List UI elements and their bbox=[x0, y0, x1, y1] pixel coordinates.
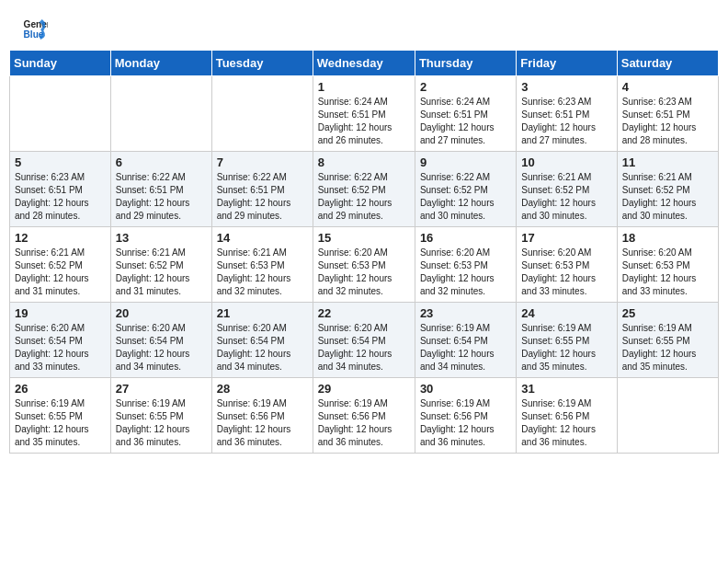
calendar-cell: 31Sunrise: 6:19 AM Sunset: 6:56 PM Dayli… bbox=[517, 378, 617, 454]
calendar-cell: 25Sunrise: 6:19 AM Sunset: 6:55 PM Dayli… bbox=[617, 303, 718, 378]
calendar-cell: 5Sunrise: 6:23 AM Sunset: 6:51 PM Daylig… bbox=[10, 152, 111, 227]
day-number: 27 bbox=[116, 382, 207, 396]
header-wednesday: Wednesday bbox=[313, 51, 415, 76]
calendar-cell: 3Sunrise: 6:23 AM Sunset: 6:51 PM Daylig… bbox=[517, 76, 617, 152]
day-info: Sunrise: 6:20 AM Sunset: 6:54 PM Dayligh… bbox=[15, 322, 106, 373]
day-info: Sunrise: 6:22 AM Sunset: 6:51 PM Dayligh… bbox=[217, 171, 308, 223]
day-info: Sunrise: 6:20 AM Sunset: 6:54 PM Dayligh… bbox=[116, 322, 207, 373]
day-number: 23 bbox=[420, 306, 511, 320]
day-number: 8 bbox=[318, 155, 410, 169]
calendar-cell: 26Sunrise: 6:19 AM Sunset: 6:55 PM Dayli… bbox=[10, 378, 111, 454]
day-number: 11 bbox=[622, 155, 713, 169]
header-friday: Friday bbox=[517, 51, 617, 76]
logo: General Blue bbox=[22, 17, 48, 42]
calendar-cell: 4Sunrise: 6:23 AM Sunset: 6:51 PM Daylig… bbox=[617, 76, 718, 152]
day-number: 24 bbox=[521, 306, 611, 320]
day-number: 19 bbox=[15, 306, 106, 320]
calendar-table: SundayMondayTuesdayWednesdayThursdayFrid… bbox=[9, 50, 719, 454]
day-info: Sunrise: 6:23 AM Sunset: 6:51 PM Dayligh… bbox=[15, 171, 106, 223]
header-thursday: Thursday bbox=[415, 51, 516, 76]
day-info: Sunrise: 6:23 AM Sunset: 6:51 PM Dayligh… bbox=[622, 96, 713, 147]
calendar-cell: 16Sunrise: 6:20 AM Sunset: 6:53 PM Dayli… bbox=[415, 227, 516, 303]
calendar-cell: 27Sunrise: 6:19 AM Sunset: 6:55 PM Dayli… bbox=[110, 378, 211, 454]
day-info: Sunrise: 6:21 AM Sunset: 6:52 PM Dayligh… bbox=[521, 171, 611, 223]
day-info: Sunrise: 6:19 AM Sunset: 6:55 PM Dayligh… bbox=[116, 397, 207, 449]
calendar-cell: 28Sunrise: 6:19 AM Sunset: 6:56 PM Dayli… bbox=[211, 378, 313, 454]
header-sunday: Sunday bbox=[10, 51, 111, 76]
week-row-1: 1Sunrise: 6:24 AM Sunset: 6:51 PM Daylig… bbox=[10, 76, 719, 152]
header-tuesday: Tuesday bbox=[211, 51, 313, 76]
day-info: Sunrise: 6:22 AM Sunset: 6:51 PM Dayligh… bbox=[116, 171, 207, 223]
day-info: Sunrise: 6:21 AM Sunset: 6:52 PM Dayligh… bbox=[622, 171, 713, 223]
day-number: 1 bbox=[318, 80, 410, 94]
calendar-cell: 13Sunrise: 6:21 AM Sunset: 6:52 PM Dayli… bbox=[110, 227, 211, 303]
day-info: Sunrise: 6:24 AM Sunset: 6:51 PM Dayligh… bbox=[318, 96, 410, 147]
day-number: 2 bbox=[420, 80, 511, 94]
day-info: Sunrise: 6:20 AM Sunset: 6:54 PM Dayligh… bbox=[318, 322, 410, 373]
day-number: 29 bbox=[318, 382, 410, 396]
day-info: Sunrise: 6:19 AM Sunset: 6:55 PM Dayligh… bbox=[521, 322, 611, 373]
calendar-container: SundayMondayTuesdayWednesdayThursdayFrid… bbox=[0, 50, 728, 463]
day-number: 18 bbox=[622, 231, 713, 245]
day-number: 20 bbox=[116, 306, 207, 320]
day-info: Sunrise: 6:23 AM Sunset: 6:51 PM Dayligh… bbox=[521, 96, 611, 147]
day-number: 21 bbox=[217, 306, 308, 320]
day-info: Sunrise: 6:19 AM Sunset: 6:56 PM Dayligh… bbox=[318, 397, 410, 449]
day-info: Sunrise: 6:20 AM Sunset: 6:53 PM Dayligh… bbox=[318, 247, 410, 298]
day-number: 10 bbox=[521, 155, 611, 169]
day-number: 14 bbox=[217, 231, 308, 245]
calendar-cell: 21Sunrise: 6:20 AM Sunset: 6:54 PM Dayli… bbox=[211, 303, 313, 378]
day-number: 13 bbox=[116, 231, 207, 245]
week-row-3: 12Sunrise: 6:21 AM Sunset: 6:52 PM Dayli… bbox=[10, 227, 719, 303]
calendar-cell: 9Sunrise: 6:22 AM Sunset: 6:52 PM Daylig… bbox=[415, 152, 516, 227]
day-number: 22 bbox=[318, 306, 410, 320]
day-info: Sunrise: 6:19 AM Sunset: 6:54 PM Dayligh… bbox=[420, 322, 511, 373]
calendar-cell bbox=[617, 378, 718, 454]
day-info: Sunrise: 6:21 AM Sunset: 6:53 PM Dayligh… bbox=[217, 247, 308, 298]
week-row-4: 19Sunrise: 6:20 AM Sunset: 6:54 PM Dayli… bbox=[10, 303, 719, 378]
day-number: 16 bbox=[420, 231, 511, 245]
day-info: Sunrise: 6:19 AM Sunset: 6:56 PM Dayligh… bbox=[521, 397, 611, 449]
day-number: 9 bbox=[420, 155, 511, 169]
calendar-cell: 17Sunrise: 6:20 AM Sunset: 6:53 PM Dayli… bbox=[517, 227, 617, 303]
day-number: 12 bbox=[15, 231, 106, 245]
day-number: 6 bbox=[116, 155, 207, 169]
day-info: Sunrise: 6:24 AM Sunset: 6:51 PM Dayligh… bbox=[420, 96, 511, 147]
calendar-cell bbox=[10, 76, 111, 152]
day-number: 25 bbox=[622, 306, 713, 320]
calendar-cell: 7Sunrise: 6:22 AM Sunset: 6:51 PM Daylig… bbox=[211, 152, 313, 227]
page-header: General Blue bbox=[0, 0, 728, 50]
day-info: Sunrise: 6:22 AM Sunset: 6:52 PM Dayligh… bbox=[420, 171, 511, 223]
day-number: 3 bbox=[521, 80, 611, 94]
calendar-cell: 14Sunrise: 6:21 AM Sunset: 6:53 PM Dayli… bbox=[211, 227, 313, 303]
day-info: Sunrise: 6:19 AM Sunset: 6:55 PM Dayligh… bbox=[622, 322, 713, 373]
calendar-cell bbox=[211, 76, 313, 152]
day-info: Sunrise: 6:20 AM Sunset: 6:53 PM Dayligh… bbox=[420, 247, 511, 298]
day-info: Sunrise: 6:19 AM Sunset: 6:56 PM Dayligh… bbox=[420, 397, 511, 449]
calendar-cell: 11Sunrise: 6:21 AM Sunset: 6:52 PM Dayli… bbox=[617, 152, 718, 227]
calendar-cell: 24Sunrise: 6:19 AM Sunset: 6:55 PM Dayli… bbox=[517, 303, 617, 378]
day-number: 17 bbox=[521, 231, 611, 245]
calendar-cell: 8Sunrise: 6:22 AM Sunset: 6:52 PM Daylig… bbox=[313, 152, 415, 227]
day-info: Sunrise: 6:20 AM Sunset: 6:53 PM Dayligh… bbox=[521, 247, 611, 298]
day-number: 7 bbox=[217, 155, 308, 169]
day-number: 28 bbox=[217, 382, 308, 396]
day-number: 30 bbox=[420, 382, 511, 396]
day-info: Sunrise: 6:22 AM Sunset: 6:52 PM Dayligh… bbox=[318, 171, 410, 223]
day-number: 26 bbox=[15, 382, 106, 396]
day-number: 31 bbox=[521, 382, 611, 396]
calendar-cell: 22Sunrise: 6:20 AM Sunset: 6:54 PM Dayli… bbox=[313, 303, 415, 378]
calendar-cell: 20Sunrise: 6:20 AM Sunset: 6:54 PM Dayli… bbox=[110, 303, 211, 378]
calendar-cell: 6Sunrise: 6:22 AM Sunset: 6:51 PM Daylig… bbox=[110, 152, 211, 227]
day-number: 4 bbox=[622, 80, 713, 94]
calendar-cell: 30Sunrise: 6:19 AM Sunset: 6:56 PM Dayli… bbox=[415, 378, 516, 454]
day-info: Sunrise: 6:19 AM Sunset: 6:55 PM Dayligh… bbox=[15, 397, 106, 449]
calendar-cell: 2Sunrise: 6:24 AM Sunset: 6:51 PM Daylig… bbox=[415, 76, 516, 152]
day-number: 15 bbox=[318, 231, 410, 245]
calendar-cell: 19Sunrise: 6:20 AM Sunset: 6:54 PM Dayli… bbox=[10, 303, 111, 378]
calendar-cell bbox=[110, 76, 211, 152]
day-info: Sunrise: 6:20 AM Sunset: 6:53 PM Dayligh… bbox=[622, 247, 713, 298]
calendar-header-row: SundayMondayTuesdayWednesdayThursdayFrid… bbox=[10, 51, 719, 76]
day-info: Sunrise: 6:20 AM Sunset: 6:54 PM Dayligh… bbox=[217, 322, 308, 373]
header-saturday: Saturday bbox=[617, 51, 718, 76]
